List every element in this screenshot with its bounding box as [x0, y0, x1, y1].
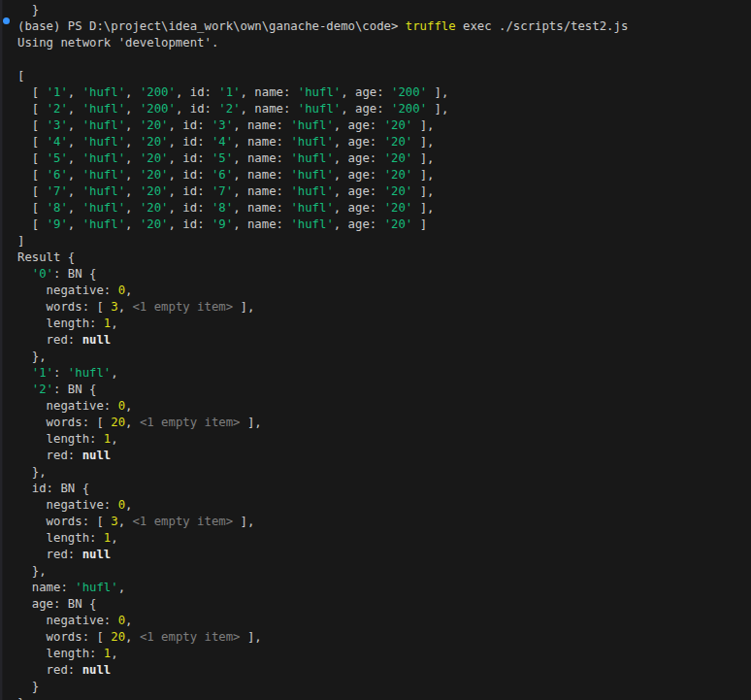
terminal-line: [17, 51, 745, 68]
terminal-line: '2': BN {: [17, 382, 745, 398]
terminal-line: red: null: [17, 332, 745, 349]
terminal-line: Using network 'development'.: [17, 35, 745, 51]
terminal-line: negative: 0,: [17, 613, 745, 629]
terminal-line: [ '4', 'hufl', '20', id: '4', name: 'huf…: [17, 134, 745, 150]
terminal-line: red: null: [17, 662, 745, 679]
terminal-line: [: [17, 68, 745, 84]
command-success-dot-icon[interactable]: [3, 17, 10, 24]
terminal-line: [ '5', 'hufl', '20', id: '5', name: 'huf…: [17, 150, 745, 167]
terminal-line: words: [ 20, <1 empty item> ],: [17, 629, 745, 646]
terminal-line: }: [17, 2, 745, 18]
terminal-line: [ '1', 'hufl', '200', id: '1', name: 'hu…: [17, 84, 745, 101]
terminal-line: [ '8', 'hufl', '20', id: '8', name: 'huf…: [17, 200, 745, 217]
terminal-line: }: [17, 679, 745, 695]
terminal-line: length: 1,: [17, 646, 745, 662]
terminal-line: [ '3', 'hufl', '20', id: '3', name: 'huf…: [17, 117, 745, 134]
terminal-line: red: null: [17, 547, 745, 563]
terminal-line: length: 1,: [17, 431, 745, 448]
terminal-line: length: 1,: [17, 530, 745, 547]
terminal-line: },: [17, 563, 745, 580]
terminal-line: },: [17, 349, 745, 365]
terminal-line: ]: [17, 233, 745, 250]
terminal-line: }: [17, 695, 745, 700]
terminal-line: age: BN {: [17, 596, 745, 613]
terminal-line: '1': 'hufl',: [17, 365, 745, 382]
terminal-line: Result {: [17, 250, 745, 266]
terminal-line: words: [ 20, <1 empty item> ],: [17, 415, 745, 431]
terminal-line: words: [ 3, <1 empty item> ],: [17, 514, 745, 530]
terminal-line: '0': BN {: [17, 266, 745, 283]
terminal-line: negative: 0,: [17, 283, 745, 299]
terminal-line: negative: 0,: [17, 497, 745, 514]
terminal-line: [ '9', 'hufl', '20', id: '9', name: 'huf…: [17, 217, 745, 233]
terminal-output[interactable]: }(base) PS D:\project\idea_work\own\gana…: [0, 0, 751, 700]
terminal-line: words: [ 3, <1 empty item> ],: [17, 299, 745, 316]
terminal-line: name: 'hufl',: [17, 580, 745, 596]
terminal-line: },: [17, 464, 745, 481]
terminal-line: red: null: [17, 448, 745, 464]
terminal-line: length: 1,: [17, 316, 745, 332]
terminal-line: [ '6', 'hufl', '20', id: '6', name: 'huf…: [17, 167, 745, 183]
terminal-line: (base) PS D:\project\idea_work\own\ganac…: [17, 18, 745, 35]
terminal-line: [ '2', 'hufl', '200', id: '2', name: 'hu…: [17, 101, 745, 117]
terminal-line: id: BN {: [17, 481, 745, 497]
terminal-line: negative: 0,: [17, 398, 745, 415]
terminal-line: [ '7', 'hufl', '20', id: '7', name: 'huf…: [17, 183, 745, 200]
